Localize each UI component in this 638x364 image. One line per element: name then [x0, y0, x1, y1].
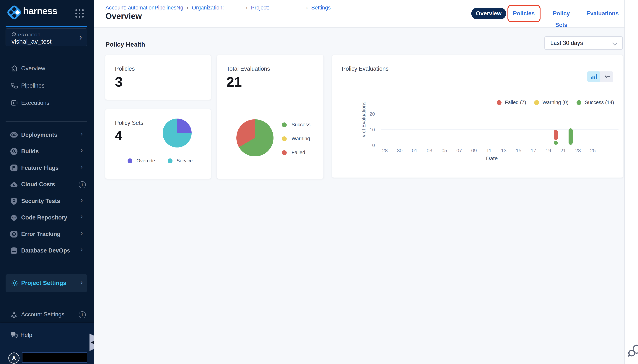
tab-policies[interactable]: Policies	[509, 8, 539, 19]
x-axis-label: 05	[442, 148, 447, 154]
sidebar-item-label: Overview	[21, 65, 45, 72]
legend-dot-override	[128, 158, 132, 163]
card-title: Policies	[115, 66, 135, 72]
card-title: Policy Evaluations	[342, 66, 389, 72]
divider	[6, 301, 87, 301]
sidebar-item-error-tracking[interactable]: Error Tracking ›	[0, 228, 94, 240]
policy-sets-pie	[163, 118, 192, 148]
sidebar-item-deployments[interactable]: Deployments ›	[0, 129, 94, 141]
avatar[interactable]: A	[8, 352, 20, 364]
sidebar-item-executions[interactable]: Executions	[0, 97, 94, 109]
chevron-down-icon	[612, 40, 617, 46]
breadcrumb-organization[interactable]: Organization:	[192, 5, 224, 11]
header: Account: automationPipelinesNg › Organiz…	[94, 0, 624, 28]
tab-policy-sets[interactable]: Policy Sets	[547, 8, 575, 19]
chevron-right-icon: ›	[81, 146, 83, 154]
legend-label: Override	[136, 158, 155, 164]
tab-evaluations[interactable]: Evaluations	[585, 8, 620, 19]
breadcrumb-account[interactable]: Account: automationPipelinesNg	[106, 5, 183, 11]
legend-dot-success	[282, 122, 287, 127]
legend-item: Failed (7)	[497, 100, 526, 106]
cube-icon	[11, 32, 16, 37]
y-axis-title: # of Evaluations	[361, 99, 367, 140]
legend-item: Success (14)	[576, 100, 614, 106]
chevron-right-icon: ›	[81, 229, 83, 237]
logo-row: harness	[0, 0, 94, 24]
module-grid-icon[interactable]	[75, 8, 85, 19]
sidebar-item-security-tests[interactable]: Security Tests ›	[0, 195, 94, 207]
bar-segment-success	[554, 141, 558, 145]
sidebar-item-feature-flags[interactable]: Feature Flags ›	[0, 162, 94, 174]
gear-icon	[11, 279, 19, 288]
sidebar-item-cloud-costs[interactable]: $ Cloud Costs i	[0, 178, 94, 190]
line-chart-toggle-button[interactable]	[600, 72, 613, 82]
bar-segment-failed	[554, 130, 558, 140]
sidebar-item-pipelines[interactable]: Pipelines	[0, 80, 94, 92]
sidebar-item-label: Cloud Costs	[21, 181, 55, 188]
chevron-separator-icon: ›	[306, 4, 308, 11]
sidebar-item-label: Builds	[21, 148, 39, 155]
card-policy-evaluations: Policy Evaluations Failed (7) Warning (0…	[332, 55, 623, 178]
bar-chart-toggle-button[interactable]	[587, 72, 600, 82]
x-axis-label: 01	[412, 148, 417, 154]
chevron-separator-icon: ›	[246, 4, 248, 11]
legend-item: Success	[282, 122, 310, 128]
breadcrumb-project[interactable]: Project:	[251, 5, 269, 11]
legend-dot-failed	[497, 100, 502, 105]
home-icon	[11, 64, 18, 72]
breadcrumb-settings[interactable]: Settings	[311, 5, 331, 11]
project-selector[interactable]: PROJECT vishal_av_test ›	[6, 28, 87, 46]
sidebar-item-account-settings[interactable]: Account Settings i	[0, 308, 94, 320]
date-range-select[interactable]: Last 30 days	[544, 36, 623, 50]
sidebar-item-code-repository[interactable]: </> Code Repository ›	[0, 212, 94, 224]
y-axis-tick: 20	[366, 111, 375, 117]
chat-support-icon[interactable]	[626, 342, 638, 358]
info-icon[interactable]: i	[79, 181, 86, 188]
policies-count: 3	[115, 74, 123, 90]
gridline	[381, 114, 618, 114]
sidebar-item-label: Database DevOps	[21, 247, 70, 254]
executions-icon	[11, 99, 18, 107]
page-title: Overview	[106, 12, 142, 21]
tab-overview[interactable]: Overview	[471, 8, 506, 19]
sidebar-item-label: Account Settings	[21, 311, 65, 318]
bar-chart-icon	[591, 74, 597, 79]
card-title: Policy Sets	[115, 120, 143, 126]
divider	[6, 266, 87, 266]
x-axis-label: 11	[486, 148, 491, 154]
chevron-right-icon: ›	[81, 196, 83, 204]
right-panel-divider	[624, 0, 625, 364]
x-axis-label: 28	[382, 148, 388, 154]
svg-text:?: ?	[13, 332, 14, 335]
pulse-line-icon	[604, 74, 610, 79]
sidebar-item-overview[interactable]: Overview	[0, 63, 94, 74]
legend-dot-warning	[534, 100, 539, 105]
legend-label: Failed (7)	[505, 100, 526, 106]
x-axis-label: 23	[575, 148, 581, 154]
policy-sets-count: 4	[115, 128, 122, 143]
harness-logo-icon[interactable]	[6, 4, 23, 20]
sidebar-item-builds[interactable]: Builds ›	[0, 145, 94, 158]
divider	[6, 121, 87, 122]
x-axis-title: Date	[479, 155, 505, 162]
layers-gear-icon	[10, 310, 18, 319]
collapse-arrow-icon	[91, 340, 94, 344]
legend-label: Service	[177, 158, 193, 164]
legend-label: Success	[291, 122, 310, 128]
builds-icon	[10, 147, 18, 156]
sidebar-item-help[interactable]: ? Help	[0, 330, 94, 340]
sidebar-item-label: Help	[21, 332, 32, 338]
bar-segment-success	[568, 128, 573, 145]
sidebar-item-project-settings[interactable]: Project Settings ›	[6, 274, 87, 292]
legend-label: Failed	[291, 150, 305, 156]
svg-text:$: $	[13, 183, 15, 187]
bar-stack-day-20	[554, 130, 558, 145]
legend-dot-success	[576, 100, 581, 105]
y-axis-tick: 10	[366, 127, 375, 133]
security-tests-icon	[10, 197, 18, 206]
legend-dot-warning	[282, 136, 287, 141]
sidebar-item-database-devops[interactable]: Database DevOps ›	[0, 244, 94, 257]
legend-dot-service	[168, 158, 172, 163]
chevron-right-icon: ›	[81, 163, 83, 171]
info-icon[interactable]: i	[79, 311, 86, 318]
